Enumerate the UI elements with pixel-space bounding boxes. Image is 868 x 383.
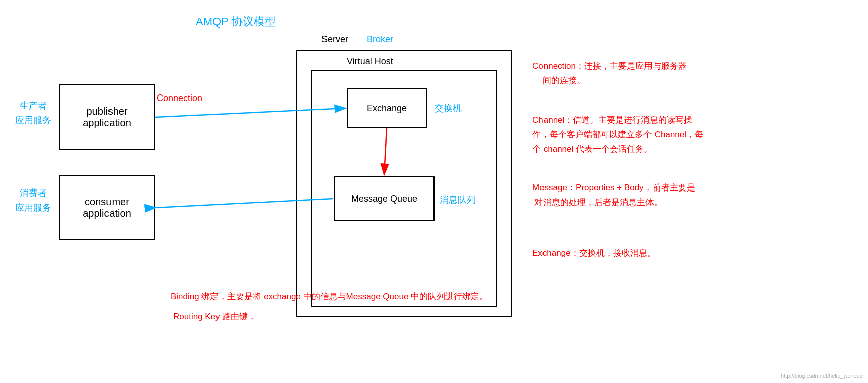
consumer-label: 消费者 应用服务 <box>15 186 51 215</box>
consumer-text: consumer application <box>83 196 131 219</box>
server-label: Server <box>321 34 348 45</box>
connection-label: Connection <box>157 93 202 104</box>
publisher-box: publisher application <box>59 84 155 150</box>
watermark: http://blog.csdn.net/hello_worldee <box>781 373 863 379</box>
exchange-box: Exchange <box>347 88 427 128</box>
annotation-channel: Channel：信道。主要是进行消息的读写操 作，每个客户端都可以建立多个 Ch… <box>532 113 703 157</box>
publisher-text: publisher application <box>83 106 131 129</box>
producer-label: 生产者 应用服务 <box>15 99 51 128</box>
exchange-cn-label: 交换机 <box>435 102 462 114</box>
consumer-box: consumer application <box>59 175 155 240</box>
mq-cn-label: 消息队列 <box>440 194 476 206</box>
virtual-host-label: Virtual Host <box>347 56 393 67</box>
broker-label: Broker <box>367 34 393 45</box>
annotation-connection: Connection：连接，主要是应用与服务器 间的连接。 <box>532 59 687 88</box>
annotation-message: Message：Properties + Body，前者主要是 对消息的处理，后… <box>532 181 695 210</box>
annotation-exchange: Exchange：交换机，接收消息。 <box>532 246 656 261</box>
bottom-annotation-binding: Binding 绑定，主要是将 exchange 中的信息与Message Qu… <box>171 289 488 305</box>
bottom-annotation-routing: Routing Key 路由键， <box>173 309 256 325</box>
page-title: AMQP 协议模型 <box>196 14 276 29</box>
mq-box: Message Queue <box>334 176 435 221</box>
diagram-container: AMQP 协议模型 Server Broker Virtual Host Exc… <box>0 0 868 383</box>
